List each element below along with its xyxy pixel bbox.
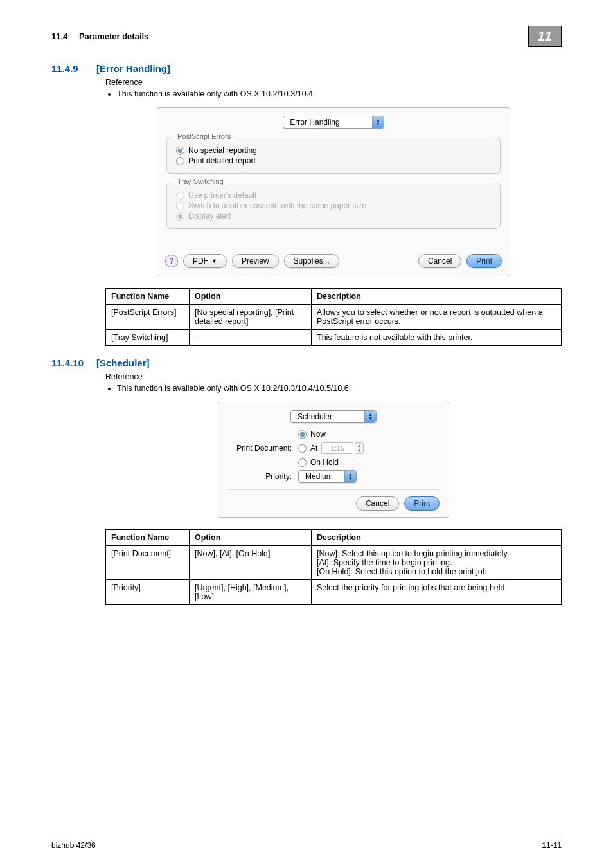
chapter-badge: 11 bbox=[528, 26, 562, 47]
print-button[interactable]: Print bbox=[404, 496, 440, 511]
cancel-button[interactable]: Cancel bbox=[418, 254, 461, 268]
radio-display-alert: Display alert bbox=[176, 212, 491, 221]
radio-on-hold[interactable]: On Hold bbox=[298, 458, 364, 467]
scheduler-table: Function Name Option Description [Print … bbox=[105, 529, 562, 605]
tray-switching-group: Tray Switching Use printer's default Swi… bbox=[166, 183, 501, 229]
note-bullet: This function is available only with OS … bbox=[117, 89, 562, 98]
section-heading-scheduler: 11.4.10[Scheduler] bbox=[51, 357, 562, 368]
radio-switch-cassette: Switch to another cassette with the same… bbox=[176, 201, 491, 210]
radio-icon bbox=[176, 192, 184, 200]
postscript-errors-group: PostScript Errors No special reporting P… bbox=[166, 138, 501, 174]
footer-page-number: 11-11 bbox=[542, 841, 562, 850]
header-section-number: 11.4 bbox=[51, 32, 67, 41]
error-handling-table: Function Name Option Description [PostSc… bbox=[105, 288, 562, 346]
radio-now[interactable]: Now bbox=[298, 429, 364, 439]
table-row: [Print Document] [Now], [At], [On Hold] … bbox=[106, 546, 562, 580]
time-input[interactable] bbox=[321, 442, 353, 454]
radio-icon bbox=[176, 147, 184, 155]
dropdown-arrows-icon: ▲▼ bbox=[372, 116, 384, 128]
table-row: [Tray Switching] – This feature is not a… bbox=[106, 330, 562, 346]
dropdown-arrows-icon: ▲▼ bbox=[364, 411, 376, 422]
radio-no-special-reporting[interactable]: No special reporting bbox=[176, 146, 491, 155]
radio-icon bbox=[298, 430, 306, 439]
radio-icon bbox=[176, 202, 184, 210]
radio-print-detailed-report[interactable]: Print detailed report bbox=[176, 156, 491, 165]
page-header: 11.4 Parameter details 11 bbox=[51, 26, 562, 50]
dropdown-arrows-icon: ▲▼ bbox=[344, 471, 356, 482]
header-section-title: Parameter details bbox=[79, 32, 148, 41]
page-footer: bizhub 42/36 11-11 bbox=[51, 838, 562, 850]
footer-model: bizhub 42/36 bbox=[51, 841, 96, 850]
radio-icon bbox=[176, 212, 184, 221]
radio-icon bbox=[298, 444, 306, 453]
cancel-button[interactable]: Cancel bbox=[356, 496, 399, 511]
table-row: [PostScript Errors] [No special reportin… bbox=[106, 305, 562, 330]
pane-selector[interactable]: Scheduler ▲▼ bbox=[290, 410, 377, 423]
radio-at[interactable]: At ▲▼ bbox=[298, 442, 364, 454]
reference-label: Reference bbox=[105, 78, 562, 87]
priority-select[interactable]: Medium ▲▼ bbox=[298, 470, 357, 483]
time-stepper[interactable]: ▲▼ bbox=[355, 442, 364, 454]
priority-label: Priority: bbox=[227, 472, 292, 481]
supplies-button[interactable]: Supplies... bbox=[284, 254, 339, 268]
print-document-label: Print Document: bbox=[227, 444, 292, 453]
radio-icon bbox=[298, 458, 306, 467]
reference-label: Reference bbox=[105, 372, 562, 381]
help-icon[interactable]: ? bbox=[165, 255, 178, 267]
note-bullet: This function is available only with OS … bbox=[117, 384, 562, 393]
scheduler-dialog: Scheduler ▲▼ Print Document: Now At bbox=[218, 402, 449, 518]
error-handling-dialog: Error Handling ▲▼ PostScript Errors No s… bbox=[157, 107, 510, 276]
preview-button[interactable]: Preview bbox=[232, 254, 279, 268]
section-heading-error-handling: 11.4.9[Error Handling] bbox=[51, 63, 562, 74]
radio-icon bbox=[176, 157, 184, 165]
table-row: [Priority] [Urgent], [High], [Medium], [… bbox=[106, 580, 562, 605]
print-button[interactable]: Print bbox=[466, 254, 502, 268]
radio-use-printer-default: Use printer's default bbox=[176, 191, 491, 200]
pdf-button[interactable]: PDF▼ bbox=[183, 254, 227, 268]
pane-selector[interactable]: Error Handling ▲▼ bbox=[283, 116, 384, 129]
caret-down-icon: ▼ bbox=[211, 258, 217, 264]
